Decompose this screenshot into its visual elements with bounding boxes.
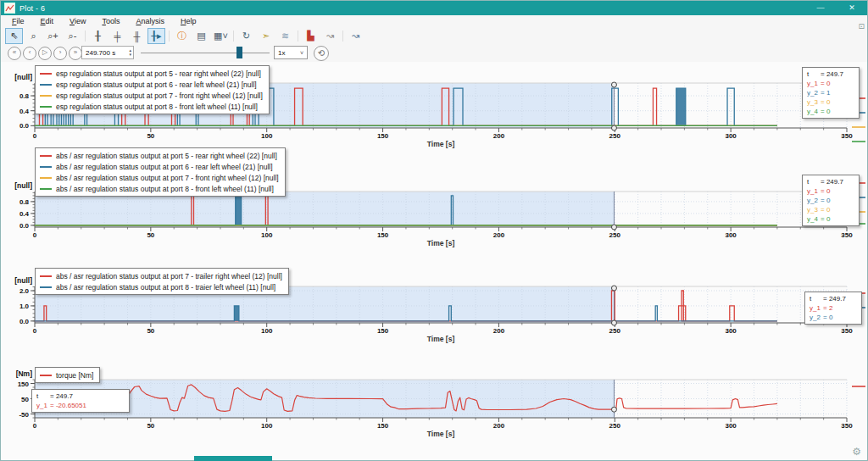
menu-tools[interactable]: Tools	[94, 16, 128, 26]
step-forward-button[interactable]: ›	[53, 47, 67, 60]
svg-text:[null]: [null]	[14, 181, 32, 190]
svg-text:[null]: [null]	[14, 73, 32, 81]
chart-panel-1: 0501001502002503003500.00.40.8[null]Time…	[1, 62, 868, 157]
corner-gear-icon[interactable]: ⚙	[852, 446, 861, 458]
readout-label: y_2	[807, 197, 821, 204]
marker-align-icon[interactable]: ╪	[108, 28, 126, 44]
skip-start-button[interactable]: «	[8, 47, 21, 60]
svg-text:0.8: 0.8	[19, 92, 30, 100]
curve-options-icon[interactable]: ↝	[347, 28, 364, 44]
repeat-button[interactable]: ⟲	[314, 46, 329, 61]
readout-value: = 249.7	[50, 392, 73, 400]
svg-text:50: 50	[21, 396, 29, 403]
svg-text:250: 250	[609, 327, 621, 335]
svg-text:350: 350	[841, 231, 853, 239]
panel-pin-icon[interactable]: ⊡	[858, 22, 865, 31]
step-back-button[interactable]: ‹	[23, 47, 36, 60]
info-icon[interactable]: ⓘ	[173, 28, 191, 44]
menu-view[interactable]: View	[62, 16, 94, 26]
menu-help[interactable]: Help	[173, 16, 205, 26]
svg-text:[Nm]: [Nm]	[16, 369, 33, 378]
chart-legend-3: abs / asr regulation status output at po…	[35, 268, 289, 295]
svg-text:100: 100	[261, 132, 273, 140]
svg-text:1.0: 1.0	[19, 303, 30, 310]
overlay-curves-icon[interactable]: ≋	[276, 28, 294, 44]
zoom-selection-icon[interactable]: ⌕	[25, 28, 42, 44]
time-spinbox[interactable]: 249.700 s ▴▾	[81, 46, 134, 59]
readout-row: y_3= 0	[807, 97, 854, 107]
readout-row: t= 249.7	[810, 294, 857, 303]
toolbar-separator	[342, 31, 343, 42]
marker-pair-icon[interactable]: ╫	[128, 28, 146, 44]
toolbar-separator	[233, 31, 234, 42]
svg-text:[null]: [null]	[14, 276, 32, 285]
skip-end-button[interactable]: »	[69, 47, 82, 60]
readout-label: y_1	[36, 402, 50, 409]
svg-text:150: 150	[377, 327, 389, 335]
svg-text:100: 100	[261, 422, 273, 430]
cursor-readout-1: t= 249.7y_1= 0y_2= 1y_3= 0y_4= 0	[802, 67, 860, 119]
zoom-out-icon[interactable]: ⌕-	[64, 28, 81, 44]
bottom-teal-strip	[194, 456, 272, 461]
speed-dropdown[interactable]: 1x ˅	[274, 46, 308, 59]
measure-curve-icon[interactable]: ↝	[321, 28, 339, 44]
play-button[interactable]: ▷	[38, 47, 52, 60]
svg-text:0.4: 0.4	[19, 108, 30, 115]
svg-text:0: 0	[33, 132, 37, 140]
menu-analysis[interactable]: Analysis	[128, 16, 173, 26]
legend-item: esp regulation status output at port 6 -…	[40, 79, 263, 90]
close-button[interactable]: ✕	[838, 1, 865, 15]
zoom-in-icon[interactable]: ⌕+	[44, 28, 62, 44]
readout-label: y_1	[807, 187, 821, 195]
svg-text:250: 250	[609, 422, 621, 430]
chart-panel-3: 0501001502002503003500.01.02.0[null]Time…	[1, 262, 868, 364]
readout-value: = 249.7	[821, 70, 843, 78]
svg-text:150: 150	[377, 231, 389, 239]
legend-label: abs / asr regulation status output at po…	[56, 174, 279, 182]
marker-single-icon[interactable]: ╂	[89, 28, 107, 44]
readout-label: y_4	[807, 108, 821, 115]
marker-play-icon[interactable]: ╂▸	[147, 28, 165, 44]
pin-icon[interactable]: ➣	[257, 28, 275, 44]
toolbar-playback: «‹▷›» 249.700 s ▴▾ 1x ˅ ⟲	[1, 45, 867, 63]
minimize-button[interactable]: —	[808, 1, 833, 15]
menu-file[interactable]: File	[4, 16, 33, 26]
legend-label: esp regulation status output at port 5 -…	[56, 69, 261, 78]
cursor-readout-2: t= 249.7y_1= 0y_2= 0y_3= 0y_4= 0	[802, 175, 860, 226]
cursor-readout-3: t= 249.7y_1= 2y_2= 0	[804, 292, 862, 325]
readout-row: y_4= 0	[807, 214, 854, 224]
legend-item: abs / asr regulation status output at po…	[40, 270, 282, 281]
readout-label: t	[807, 70, 821, 78]
refresh-icon[interactable]: ↻	[237, 28, 255, 44]
layout-grid-icon[interactable]: ▦˅	[212, 28, 230, 44]
readout-label: y_2	[810, 314, 823, 321]
spinner-arrows-icon[interactable]: ▴▾	[129, 48, 133, 57]
svg-text:300: 300	[725, 132, 737, 140]
legend-label: abs / asr regulation status output at po…	[56, 283, 275, 292]
readout-label: t	[810, 295, 823, 303]
histogram-icon[interactable]: ▙	[302, 28, 320, 44]
svg-text:0: 0	[33, 422, 37, 430]
svg-text:50: 50	[147, 327, 154, 335]
svg-text:50: 50	[147, 422, 154, 430]
svg-text:200: 200	[493, 132, 505, 140]
readout-value: = 0	[821, 197, 830, 204]
readout-value: = 0	[821, 98, 830, 106]
readout-row: y_1= 0	[807, 186, 854, 196]
svg-text:300: 300	[725, 327, 737, 335]
window-title: Plot - 6	[19, 4, 45, 13]
svg-text:Time [s]: Time [s]	[427, 239, 455, 247]
legend-label: esp regulation status output at port 6 -…	[56, 81, 257, 89]
slider-handle[interactable]	[236, 47, 242, 58]
legend-item: esp regulation status output at port 8 -…	[40, 101, 263, 112]
time-slider[interactable]	[141, 47, 270, 58]
readout-row: y_1= 2	[810, 303, 857, 313]
signal-list-icon[interactable]: ▤	[192, 28, 210, 44]
readout-value: = 249.7	[823, 295, 846, 303]
menu-edit[interactable]: Edit	[33, 16, 63, 26]
legend-item: torque [Nm]	[40, 369, 93, 380]
select-tool-icon[interactable]: ⇖	[5, 28, 23, 44]
svg-text:300: 300	[725, 231, 737, 239]
legend-swatch-icon	[40, 375, 52, 376]
svg-text:0.0: 0.0	[19, 222, 30, 230]
